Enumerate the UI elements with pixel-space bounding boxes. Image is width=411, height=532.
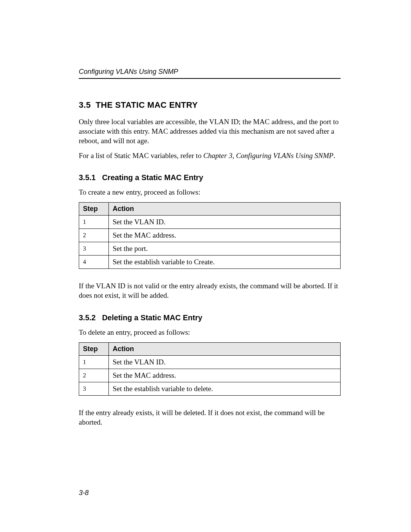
heading-number: 3.5 [79,100,91,110]
cell-step: 2 [79,369,109,382]
heading-3-5-2: 3.5.2 Deleting a Static MAC Entry [79,313,341,322]
heading-number: 3.5.1 [79,173,96,182]
table-header-row: Step Action [79,203,341,216]
cell-action: Set the MAC address. [109,369,341,382]
table-row: 4 Set the establish variable to Create. [79,256,341,269]
cell-step: 1 [79,355,109,369]
cell-action: Set the establish variable to delete. [109,382,341,395]
cell-action: Set the VLAN ID. [109,355,341,369]
table-row: 2 Set the MAC address. [79,229,341,242]
col-action: Action [109,203,341,216]
xref-post: . [333,152,335,160]
xref-pre: For a list of Static MAC variables, refe… [79,152,203,160]
para-3-5-1: Only three local variables are accessibl… [79,117,341,145]
heading-title: Deleting a Static MAC Entry [102,313,202,322]
cell-action: Set the port. [109,242,341,256]
col-action: Action [109,342,341,355]
running-header: Configuring VLANs Using SNMP [79,68,341,79]
table-row: 1 Set the VLAN ID. [79,216,341,229]
heading-3-5-1: 3.5.1 Creating a Static MAC Entry [79,173,341,182]
col-step: Step [79,342,109,355]
para-3-5-2: For a list of Static MAC variables, refe… [79,151,341,160]
cell-step: 2 [79,229,109,242]
table-row: 3 Set the port. [79,242,341,256]
page-number: 3-8 [79,489,89,497]
table-row: 2 Set the MAC address. [79,369,341,382]
cell-step: 3 [79,242,109,256]
table-delete-mac: Step Action 1 Set the VLAN ID. 2 Set the… [79,342,341,396]
cell-step: 1 [79,216,109,229]
page: Configuring VLANs Using SNMP 3.5 THE STA… [0,0,411,532]
cell-action: Set the establish variable to Create. [109,256,341,269]
cell-action: Set the MAC address. [109,229,341,242]
xref-link: Chapter 3, Configuring VLANs Using SNMP [203,152,333,160]
heading-3-5: 3.5 THE STATIC MAC ENTRY [79,100,341,110]
heading-title: THE STATIC MAC ENTRY [96,100,198,110]
col-step: Step [79,203,109,216]
table-header-row: Step Action [79,342,341,355]
lead-3-5-1: To create a new entry, proceed as follow… [79,187,341,197]
cell-action: Set the VLAN ID. [109,216,341,229]
cell-step: 3 [79,382,109,395]
table-row: 3 Set the establish variable to delete. [79,382,341,395]
heading-title: Creating a Static MAC Entry [102,173,203,182]
table-create-mac: Step Action 1 Set the VLAN ID. 2 Set the… [79,202,341,269]
lead-3-5-2: To delete an entry, proceed as follows: [79,328,341,337]
after-3-5-1: If the VLAN ID is not valid or the entry… [79,281,341,300]
heading-number: 3.5.2 [79,313,96,322]
cell-step: 4 [79,256,109,269]
table-row: 1 Set the VLAN ID. [79,355,341,369]
after-3-5-2: If the entry already exists, it will be … [79,408,341,427]
